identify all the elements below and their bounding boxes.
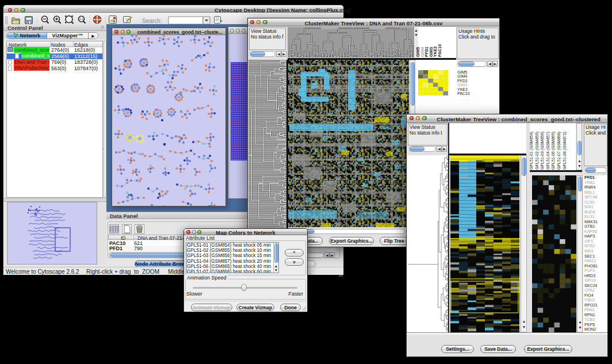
svg-text:Search:: Search:: [142, 18, 162, 24]
svg-text:1:1: 1:1: [79, 17, 83, 21]
